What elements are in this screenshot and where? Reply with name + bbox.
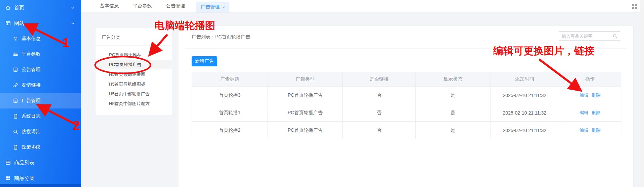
column-header: 是否链接	[343, 72, 416, 87]
doc-icon	[13, 114, 18, 119]
sidebar-item-system-logs[interactable]: 系统日志	[0, 108, 81, 124]
app-grid-icon[interactable]	[632, 4, 638, 10]
sidebar-item-label: 热搜词汇	[22, 129, 40, 135]
sidebar-item-label: 网站	[14, 20, 24, 27]
tab-label: 基本信息	[100, 3, 119, 9]
table-cell: 首页轮播3	[192, 87, 268, 104]
category-item[interactable]: H5首页中部轮播广告	[95, 89, 172, 99]
sidebar-item-label: 商品分类	[14, 175, 34, 182]
table-row: 首页轮播3PC首页轮播广告否是2025-02-10 21:11:32编辑删除	[192, 87, 621, 104]
tab-announcement-mgmt[interactable]: 公告管理	[163, 0, 188, 12]
sliders-icon	[13, 52, 18, 57]
table-cell: 首页轮播1	[192, 104, 268, 122]
delete-link[interactable]: 删除	[592, 93, 600, 98]
chevron-up-icon[interactable]	[70, 21, 76, 26]
table-row: 首页轮播1PC首页轮播广告否是2025-02-10 21:11:32编辑删除	[192, 104, 621, 122]
ad-list-title: 广告列表：PC首页轮播广告	[192, 34, 250, 40]
table-cell: 是	[416, 104, 491, 122]
sidebar-item-home[interactable]: 首页	[0, 0, 81, 15]
search-box	[558, 31, 621, 41]
tab-ad-mgmt[interactable]: 广告管理×	[196, 2, 229, 12]
gear-icon	[13, 36, 18, 41]
edit-link[interactable]: 编辑	[580, 128, 588, 133]
sidebar-item-label: 公告管理	[22, 67, 40, 73]
sidebar-item-product-list[interactable]: 商品列表	[0, 155, 81, 170]
table-header-row: 广告标题广告类型是否链接显示状态添加时间操作	[192, 72, 621, 87]
sidebar-item-product-category[interactable]: 商品分类	[0, 170, 81, 186]
table-cell: 2025-02-10 21:11:32	[491, 104, 559, 122]
sidebar-item-label: 友情链接	[22, 82, 40, 88]
sidebar-item-label: 政策协议	[22, 144, 40, 150]
vertical-scrollbar[interactable]	[640, 0, 644, 187]
sidebar-item-platform-params[interactable]: 平台参数	[0, 46, 81, 62]
add-ad-button[interactable]: 新增广告	[192, 56, 217, 66]
table-cell: 否	[343, 122, 416, 139]
edit-link[interactable]: 编辑	[580, 93, 588, 98]
edit-link[interactable]: 编辑	[580, 110, 588, 115]
ad-list-panel: 广告列表：PC首页轮播广告 新增广告 广告标题广告类型是否链接显示状态添加时间操…	[178, 26, 634, 187]
table-body: 首页轮播3PC首页轮播广告否是2025-02-10 21:11:32编辑删除首页…	[192, 87, 621, 139]
category-item[interactable]: H5首页顶部轮播图	[95, 69, 172, 79]
delete-link[interactable]: 删除	[592, 110, 600, 115]
table-cell: 否	[343, 87, 416, 104]
sidebar-item-label: 商品列表	[14, 160, 34, 166]
column-header: 添加时间	[491, 72, 559, 87]
sidebar-item-basic-info[interactable]: 基本信息	[0, 31, 81, 46]
tab-bar-tabs: 基本信息平台参数公告管理广告管理×	[97, 0, 238, 12]
table-cell-actions: 编辑删除	[559, 104, 621, 122]
tab-label: 平台参数	[133, 3, 152, 9]
table-cell: 否	[343, 104, 416, 122]
sidebar-item-website[interactable]: 网站	[0, 15, 81, 31]
category-item[interactable]: PC首页轮播广告	[95, 60, 172, 69]
sidebar-item-label: 系统日志	[22, 113, 40, 119]
search-input[interactable]	[562, 34, 613, 39]
sidebar-item-announcement-mgmt[interactable]: 公告管理	[0, 62, 81, 77]
category-item[interactable]: PC首页四个推荐	[95, 50, 172, 60]
ad-category-title: 广告分类	[95, 28, 172, 46]
doc-box-icon	[13, 67, 18, 72]
sidebar-bottom-strip	[0, 184, 81, 187]
sidebar-item-friend-links[interactable]: 友情链接	[0, 77, 81, 93]
sidebar-item-hot-search[interactable]: 热搜词汇	[0, 124, 81, 139]
column-header: 广告标题	[192, 72, 268, 87]
table-cell: 是	[416, 87, 491, 104]
category-item[interactable]: H5首页导航组图标	[95, 79, 172, 89]
sidebar-item-label: 广告管理	[22, 98, 40, 104]
table-cell: 是	[416, 122, 491, 139]
table-cell: 2025-02-10 21:11:32	[491, 87, 559, 104]
tab-basic-info[interactable]: 基本信息	[97, 0, 121, 12]
sidebar-item-policy-agreement[interactable]: 政策协议	[0, 139, 81, 155]
category-item[interactable]: H5首页中部图片魔方	[95, 99, 172, 108]
ad-management-page: 首页网站基本信息平台参数公告管理友情链接广告管理系统日志热搜词汇政策协议商品列表…	[0, 0, 644, 187]
sidebar: 首页网站基本信息平台参数公告管理友情链接广告管理系统日志热搜词汇政策协议商品列表…	[0, 0, 81, 187]
ad-category-panel: 广告分类 PC首页四个推荐PC首页轮播广告H5首页顶部轮播图H5首页导航组图标H…	[95, 28, 172, 115]
tab-label: 公告管理	[166, 3, 185, 9]
sidebar-item-label: 首页	[14, 5, 24, 11]
tab-bar: 基本信息平台参数公告管理广告管理×	[81, 0, 644, 13]
doc-icon	[13, 145, 18, 150]
sidebar-item-label: 基本信息	[22, 36, 40, 42]
header-divider	[185, 48, 626, 49]
ad-category-list: PC首页四个推荐PC首页轮播广告H5首页顶部轮播图H5首页导航组图标H5首页中部…	[95, 46, 172, 108]
table-cell-actions: 编辑删除	[559, 122, 621, 139]
table-row: 首页轮播2PC首页轮播广告否是2025-02-10 21:11:32编辑删除	[192, 122, 621, 139]
ad-table: 广告标题广告类型是否链接显示状态添加时间操作 首页轮播3PC首页轮播广告否是20…	[192, 72, 621, 139]
site-icon	[5, 21, 11, 26]
delete-link[interactable]: 删除	[592, 128, 600, 133]
table-cell: PC首页轮播广告	[268, 87, 343, 104]
chevron-down-icon[interactable]	[70, 5, 76, 10]
search-icon[interactable]	[613, 34, 617, 38]
tab-label: 广告管理	[201, 4, 220, 10]
tab-platform-params[interactable]: 平台参数	[130, 0, 155, 12]
table-cell: 2025-02-10 21:11:32	[491, 122, 559, 139]
home-icon	[5, 5, 11, 10]
column-header: 显示状态	[416, 72, 491, 87]
close-icon[interactable]: ×	[222, 5, 225, 9]
doc-box-icon	[13, 98, 18, 103]
column-header: 广告类型	[268, 72, 343, 87]
sidebar-item-ad-mgmt[interactable]: 广告管理	[0, 93, 81, 108]
sidebar-menu: 首页网站基本信息平台参数公告管理友情链接广告管理系统日志热搜词汇政策协议商品列表…	[0, 0, 81, 186]
table-cell: PC首页轮播广告	[268, 104, 343, 122]
search-icon	[13, 129, 18, 134]
table-cell: PC首页轮播广告	[268, 122, 343, 139]
